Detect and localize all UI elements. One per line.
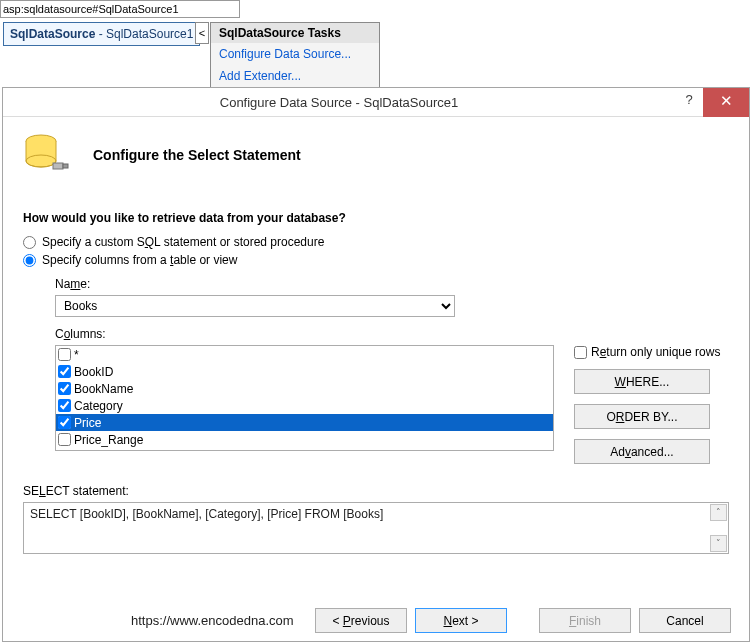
select-statement-text: SELECT [BookID], [BookName], [Category],… [24,503,728,525]
control-id-label: - SqlDataSource1 [95,27,193,41]
column-item[interactable]: Price_Range [56,431,553,448]
control-type-label: SqlDataSource [10,27,95,41]
select-statement-box: SELECT [BookID], [BookName], [Category],… [23,502,729,554]
scroll-down-icon[interactable]: ˅ [710,535,727,552]
column-checkbox[interactable] [58,365,71,378]
column-label: BookID [74,365,113,379]
return-unique-checkbox[interactable]: Return only unique rows [574,345,729,359]
column-checkbox[interactable] [58,399,71,412]
table-name-select[interactable]: Books [55,295,455,317]
radio-custom-sql[interactable]: Specify a custom SQL statement or stored… [23,235,729,249]
dialog-title: Configure Data Source - SqlDataSource1 [3,95,675,110]
radio-custom-sql-label: Specify a custom SQL statement or stored… [42,235,324,249]
close-button[interactable]: ✕ [703,88,749,117]
return-unique-label: Return only unique rows [591,345,720,359]
orderby-button[interactable]: ORDER BY... [574,404,710,429]
column-checkbox[interactable] [58,416,71,429]
advanced-button[interactable]: Advanced... [574,439,710,464]
radio-columns-input[interactable] [23,254,36,267]
columns-label: Columns: [55,327,729,341]
database-icon [23,133,71,177]
titlebar: Configure Data Source - SqlDataSource1 ?… [3,88,749,117]
breadcrumb: asp:sqldatasource#SqlDataSource1 [0,0,240,18]
task-configure-data-source[interactable]: Configure Data Source... [211,43,379,65]
column-checkbox[interactable] [58,433,71,446]
column-checkbox[interactable] [58,382,71,395]
column-label: Category [74,399,123,413]
statement-scrollbar[interactable]: ˄ ˅ [710,504,727,552]
column-label: Price_Range [74,433,143,447]
column-item[interactable]: Category [56,397,553,414]
radio-columns-label: Specify columns from a table or view [42,253,237,267]
scroll-up-icon[interactable]: ˄ [710,504,727,521]
configure-data-source-dialog: Configure Data Source - SqlDataSource1 ?… [2,87,750,642]
select-statement-label: SELECT statement: [23,484,729,498]
svg-rect-3 [63,164,68,168]
column-label: Price [74,416,107,430]
watermark-text: https://www.encodedna.com [131,613,294,628]
return-unique-input[interactable] [574,346,587,359]
svg-rect-2 [53,163,63,169]
task-add-extender[interactable]: Add Extender... [211,65,379,87]
prompt-label: How would you like to retrieve data from… [23,211,729,225]
column-item[interactable]: BookName [56,380,553,397]
radio-columns[interactable]: Specify columns from a table or view [23,253,729,267]
finish-button: Finish [539,608,631,633]
smart-tag-toggle[interactable]: < [195,22,209,44]
next-button[interactable]: Next > [415,608,507,633]
help-button[interactable]: ? [675,92,703,112]
column-label: BookName [74,382,133,396]
cancel-button[interactable]: Cancel [639,608,731,633]
columns-listbox[interactable]: *BookIDBookNameCategoryPricePrice_Range [55,345,554,451]
tasks-header: SqlDataSource Tasks [211,23,379,43]
smart-tasks-menu: SqlDataSource Tasks Configure Data Sourc… [210,22,380,88]
column-label: * [74,348,79,362]
column-item[interactable]: BookID [56,363,553,380]
designer-control[interactable]: SqlDataSource - SqlDataSource1 [3,22,200,46]
radio-custom-sql-input[interactable] [23,236,36,249]
column-item[interactable]: Price [56,414,553,431]
where-button[interactable]: WHERE... [574,369,710,394]
previous-button[interactable]: < Previous [315,608,407,633]
column-item[interactable]: * [56,346,553,363]
column-checkbox[interactable] [58,348,71,361]
wizard-heading: Configure the Select Statement [93,147,301,163]
name-label: Name: [55,277,729,291]
